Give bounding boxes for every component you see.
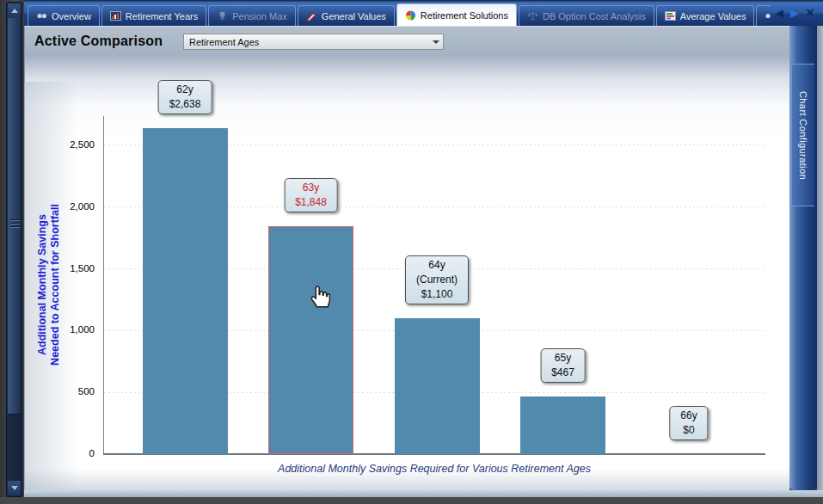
arrow-up-icon <box>11 9 18 13</box>
window-right-edge <box>817 26 823 497</box>
bar-64y-current-[interactable] <box>395 318 480 454</box>
tab-retirement-years[interactable]: Retirement Years <box>101 5 206 26</box>
tab-label: DB Option Cost Analysis <box>543 11 646 22</box>
binoculars-icon <box>36 11 47 21</box>
scroll-down-button[interactable] <box>8 481 21 495</box>
chevron-right-icon[interactable]: ▶ <box>791 9 798 18</box>
scrollbar-thumb[interactable] <box>8 18 21 415</box>
tab-retirement-solutions[interactable]: Retirement Solutions <box>396 3 517 26</box>
pen-icon <box>306 11 317 21</box>
bar-label-line: 63y <box>295 181 327 195</box>
page-title: Active Comparison <box>34 34 163 49</box>
lamp-icon <box>217 11 228 21</box>
bar-chart-icon <box>665 11 676 21</box>
tab-label: Overview <box>52 11 91 22</box>
chevron-left-icon[interactable]: ◀ <box>776 9 783 18</box>
bar-value-label[interactable]: 65y$467 <box>540 348 586 383</box>
chart-configuration-tab[interactable]: Chart Configuration <box>791 64 814 206</box>
tab-general-values[interactable]: General Values <box>298 5 395 26</box>
scroll-up-button[interactable] <box>8 3 21 18</box>
bar-label-line: $467 <box>551 366 574 380</box>
tab-average-values[interactable]: Average Values <box>656 5 755 26</box>
bar-value-label[interactable]: 63y$1,848 <box>284 178 338 212</box>
comparison-dropdown-value: Retirement Ages <box>189 37 259 47</box>
close-icon[interactable]: × <box>806 5 814 20</box>
pie-chart-icon <box>405 10 416 21</box>
scales-icon <box>527 11 538 21</box>
tab-label: Retirement Solutions <box>421 10 508 21</box>
tab-label: Pension Max <box>232 11 287 22</box>
binoculars-icon <box>765 11 771 21</box>
tab-label: General Values <box>322 11 386 22</box>
tab-db-option-cost-analysis: DB Option Cost Analysis <box>519 5 654 26</box>
bar-label-line: 66y <box>680 409 697 423</box>
tab-strip: OverviewRetirement YearsPension MaxGener… <box>24 0 771 26</box>
bar-label-line: $1,100 <box>416 287 458 302</box>
tab-label: Average Values <box>680 11 746 22</box>
bar-label-line: 62y <box>169 83 201 97</box>
window-bottom-edge <box>0 497 823 504</box>
tab-bar: OverviewRetirement YearsPension MaxGener… <box>24 0 823 26</box>
tab-pension-max: Pension Max <box>208 5 296 26</box>
tab-nav-zone: ◀ ▶ × <box>771 0 823 26</box>
bar-label-line: 64y <box>416 258 458 273</box>
tab-overview[interactable]: Overview <box>28 5 100 26</box>
panel-bottom-border <box>24 490 823 497</box>
arrow-down-icon <box>11 486 18 490</box>
bar-label-line: 65y <box>551 351 574 366</box>
bar-label-line: $0 <box>680 423 697 438</box>
bar-label-line: $1,848 <box>295 195 327 210</box>
left-scrollbar[interactable] <box>6 2 22 497</box>
bar-label-line: $2,638 <box>169 97 201 112</box>
panel-shading <box>24 82 79 490</box>
dropdown-arrow-button[interactable] <box>428 34 443 49</box>
bar-62y[interactable] <box>143 128 228 454</box>
bar-value-label[interactable]: 62y$2,638 <box>158 80 212 114</box>
chart-configuration-label: Chart Configuration <box>798 91 808 180</box>
panel-shading <box>24 469 789 490</box>
tab-accounts-at-r[interactable]: Accounts at R <box>756 5 771 26</box>
bar-value-label[interactable]: 66y$0 <box>669 406 708 440</box>
tab-label: Retirement Years <box>126 11 198 22</box>
bar-65y[interactable] <box>520 396 605 454</box>
report-table-icon <box>110 11 121 21</box>
bar-63y[interactable] <box>268 226 353 454</box>
chevron-down-icon <box>433 40 439 44</box>
bar-label-line: (Current) <box>416 273 458 287</box>
hand-cursor-icon <box>306 282 334 310</box>
bar-value-label[interactable]: 64y(Current)$1,100 <box>405 255 469 304</box>
comparison-dropdown[interactable]: Retirement Ages <box>183 34 444 50</box>
scrollbar-grip-icon <box>10 219 20 229</box>
